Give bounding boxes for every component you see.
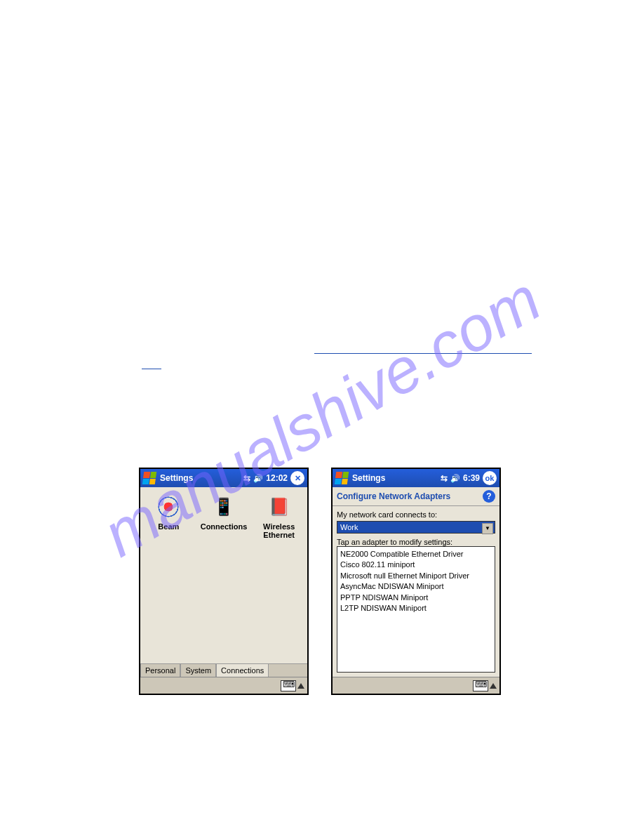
bottombar [333,677,499,694]
keyboard-icon[interactable] [473,680,488,691]
start-icon[interactable] [335,472,349,484]
tab-connections[interactable]: Connections [216,663,269,677]
keyboard-icon[interactable] [281,680,296,691]
help-icon[interactable]: ? [483,490,495,503]
connections-label: Connections [200,522,248,531]
tabs: Personal System Connections [140,663,307,677]
adapter-item[interactable]: NE2000 Compatible Ethernet Driver [340,549,492,560]
sync-icon[interactable] [441,473,448,483]
speaker-icon[interactable] [450,474,460,483]
wireless-ethernet-label: Wireless Ethernet [255,522,303,539]
subheader-title: Configure Network Adapters [337,491,450,501]
clock[interactable]: 12:02 [266,473,288,483]
connects-to-label: My network card connects to: [337,510,495,519]
titlebar: Settings 6:39 ok [333,469,499,487]
connects-to-dropdown[interactable]: Work [337,521,495,534]
adapter-list[interactable]: NE2000 Compatible Ethernet Driver Cisco … [337,546,495,673]
sip-arrow-icon[interactable] [490,683,497,689]
settings-connections-screen: Settings 12:02 ✕ Beam Connections [139,468,309,695]
close-button[interactable]: ✕ [290,471,304,485]
connections-icon[interactable]: Connections [200,494,248,539]
clock[interactable]: 6:39 [463,473,480,483]
adapter-item[interactable]: Microsoft null Ethernet Miniport Driver [340,571,492,581]
ok-button[interactable]: ok [483,471,497,485]
start-icon[interactable] [142,472,157,484]
adapter-item[interactable]: L2TP NDISWAN Miniport [340,603,492,614]
adapter-item[interactable]: AsyncMac NDISWAN Miniport [340,581,492,592]
adapter-item[interactable]: Cisco 802.11 miniport [340,560,492,570]
speaker-icon[interactable] [253,474,263,483]
configure-network-adapters-screen: Settings 6:39 ok Configure Network Adapt… [331,468,501,695]
page-link-left [142,369,161,369]
page-link-top [314,353,532,354]
subheader: Configure Network Adapters ? [333,487,499,506]
sip-arrow-icon[interactable] [297,683,304,689]
beam-icon[interactable]: Beam [145,494,193,539]
bottombar [140,677,307,694]
title: Settings [160,473,243,483]
wireless-ethernet-icon[interactable]: Wireless Ethernet [255,494,303,539]
beam-label: Beam [145,522,193,531]
tab-system[interactable]: System [180,663,216,677]
content-area: Beam Connections Wireless Ethernet [140,487,307,663]
adapter-instruction-label: Tap an adapter to modify settings: [337,538,495,546]
tab-personal[interactable]: Personal [140,663,180,677]
titlebar: Settings 12:02 ✕ [140,469,307,487]
sync-icon[interactable] [243,473,250,483]
title: Settings [352,473,441,483]
adapter-item[interactable]: PPTP NDISWAN Miniport [340,593,492,603]
content-area: My network card connects to: Work Tap an… [333,506,499,677]
